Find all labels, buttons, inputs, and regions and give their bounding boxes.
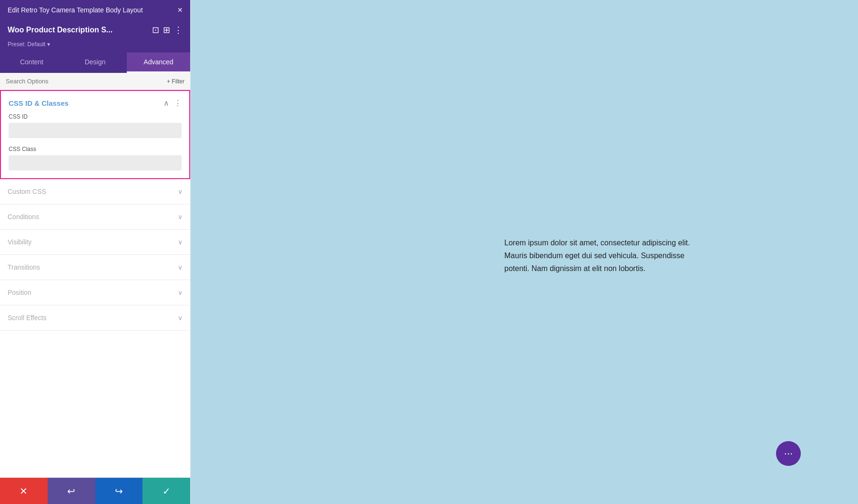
panel-content: CSS ID & Classes ∧ ⋮ CSS ID CSS Class Cu…	[0, 90, 190, 477]
redo-button[interactable]: ↪	[95, 478, 143, 504]
custom-css-header[interactable]: Custom CSS ∨	[0, 179, 190, 204]
canvas-body-text: Lorem ipsum dolor sit amet, consectetur …	[504, 236, 705, 275]
resize-icon[interactable]: ⊡	[152, 25, 159, 35]
cancel-button[interactable]: ✕	[0, 478, 48, 504]
search-input[interactable]	[6, 78, 163, 85]
section-conditions: Conditions ∨	[0, 204, 190, 230]
module-title-row: Woo Product Description S... ⊡ ⊞ ⋮	[0, 20, 190, 41]
scroll-effects-title: Scroll Effects	[8, 314, 46, 322]
conditions-chevron-icon: ∨	[178, 213, 183, 221]
section-header-right: ∧ ⋮	[163, 99, 182, 108]
preset-label: Preset: Default	[8, 41, 45, 48]
conditions-title: Conditions	[8, 213, 39, 221]
fab-button[interactable]: ···	[776, 441, 801, 466]
redo-icon: ↪	[115, 485, 123, 497]
visibility-title: Visibility	[8, 238, 31, 246]
preset-chevron-icon: ▾	[47, 41, 50, 48]
section-custom-css: Custom CSS ∨	[0, 179, 190, 204]
tab-content[interactable]: Content	[0, 52, 63, 73]
undo-icon: ↩	[67, 485, 75, 497]
layout-icon[interactable]: ⊞	[163, 25, 170, 35]
tab-design[interactable]: Design	[63, 52, 127, 73]
position-title: Position	[8, 289, 31, 296]
section-position: Position ∨	[0, 280, 190, 305]
conditions-header[interactable]: Conditions ∨	[0, 204, 190, 229]
filter-button[interactable]: + Filter	[167, 78, 184, 85]
custom-css-chevron-icon: ∨	[178, 188, 183, 195]
left-panel: Edit Retro Toy Camera Template Body Layo…	[0, 0, 191, 504]
tab-advanced[interactable]: Advanced	[127, 52, 190, 73]
visibility-chevron-icon: ∨	[178, 238, 183, 246]
panel-header: Edit Retro Toy Camera Template Body Layo…	[0, 0, 190, 20]
position-chevron-icon: ∨	[178, 289, 183, 296]
transitions-title: Transitions	[8, 263, 40, 271]
section-css-id-classes-body: CSS ID CSS Class	[1, 113, 189, 178]
search-row: + Filter	[0, 73, 190, 90]
section-css-id-classes: CSS ID & Classes ∧ ⋮ CSS ID CSS Class	[0, 90, 190, 179]
scroll-effects-chevron-icon: ∨	[178, 314, 183, 322]
transitions-header[interactable]: Transitions ∨	[0, 255, 190, 280]
module-title: Woo Product Description S...	[8, 26, 147, 34]
module-icon-group: ⊡ ⊞ ⋮	[152, 25, 183, 35]
collapse-css-id-classes-button[interactable]: ∧	[163, 99, 169, 108]
bottom-bar: ✕ ↩ ↪ ✓	[0, 477, 190, 504]
section-css-id-classes-title: CSS ID & Classes	[9, 99, 69, 107]
undo-button[interactable]: ↩	[48, 478, 95, 504]
tabs-row: Content Design Advanced	[0, 52, 190, 73]
position-header[interactable]: Position ∨	[0, 280, 190, 305]
css-class-label: CSS Class	[9, 146, 182, 152]
cancel-icon: ✕	[20, 485, 28, 497]
section-transitions: Transitions ∨	[0, 255, 190, 280]
custom-css-title: Custom CSS	[8, 188, 46, 195]
close-button[interactable]: ×	[177, 6, 183, 14]
css-class-input[interactable]	[9, 155, 182, 171]
section-visibility: Visibility ∨	[0, 230, 190, 255]
more-options-icon[interactable]: ⋮	[174, 25, 183, 35]
scroll-effects-header[interactable]: Scroll Effects ∨	[0, 305, 190, 330]
more-css-id-classes-button[interactable]: ⋮	[174, 99, 182, 108]
section-scroll-effects: Scroll Effects ∨	[0, 305, 190, 331]
panel-title: Edit Retro Toy Camera Template Body Layo…	[8, 6, 143, 14]
css-id-input[interactable]	[9, 123, 182, 138]
transitions-chevron-icon: ∨	[178, 263, 183, 271]
visibility-header[interactable]: Visibility ∨	[0, 230, 190, 254]
css-id-label: CSS ID	[9, 113, 182, 120]
save-icon: ✓	[163, 485, 171, 497]
save-button[interactable]: ✓	[143, 478, 190, 504]
canvas-area: Lorem ipsum dolor sit amet, consectetur …	[191, 0, 858, 504]
section-css-id-classes-header: CSS ID & Classes ∧ ⋮	[1, 91, 189, 113]
preset-row[interactable]: Preset: Default ▾	[0, 41, 190, 52]
